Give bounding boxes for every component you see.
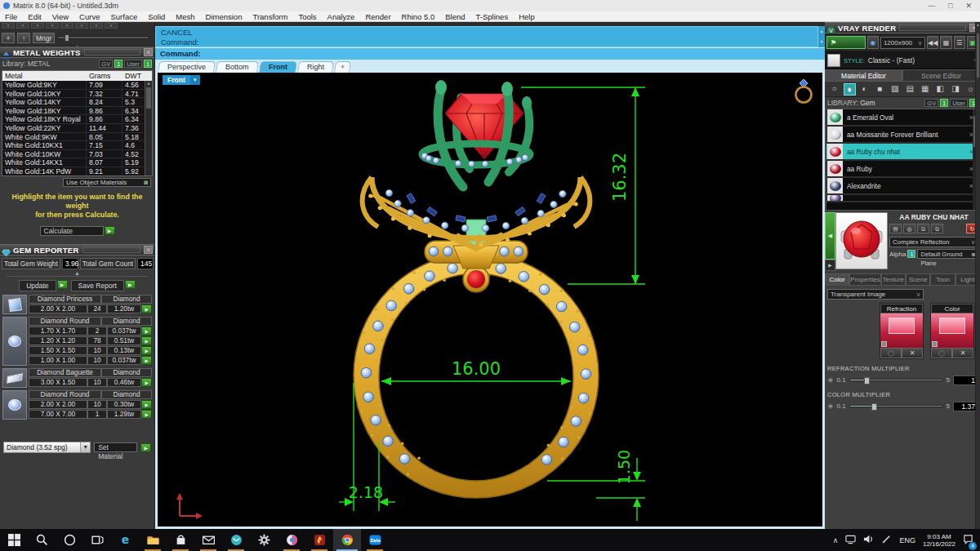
color-slider-handle[interactable]	[871, 403, 877, 411]
refraction-multiplier-slider[interactable]	[849, 379, 943, 381]
viewport-tab-right[interactable]: Right	[297, 61, 334, 73]
metal-material-icon[interactable]: ○	[828, 83, 840, 96]
gem-size-row[interactable]: 1.50 X 1.50100.13tw▶	[29, 346, 152, 355]
right-panel-scrollbar[interactable]: ▲	[975, 22, 980, 529]
ground-plane-select[interactable]: Default Ground Plane◙	[917, 249, 978, 259]
paint-3d-icon[interactable]	[278, 529, 305, 551]
menu-item-rhino-5-0[interactable]: Rhino 5.0	[402, 12, 435, 21]
save-report-button[interactable]: Save Report ▶	[71, 280, 136, 291]
metal-row[interactable]: Yellow Gold:18KY9.866.34	[2, 107, 152, 116]
metal-gv-toggle[interactable]: GV	[99, 60, 113, 68]
material-item[interactable]: Alexandrite×	[826, 178, 978, 195]
color-multiplier-slider[interactable]	[849, 405, 943, 407]
metal-row[interactable]: Yellow Gold:18KY Royal9.866.34	[2, 115, 152, 124]
refraction-slider-handle[interactable]	[864, 377, 870, 384]
render-button[interactable]: ⚑ RENDER	[826, 36, 866, 49]
color-swatch-image[interactable]	[931, 313, 973, 348]
paste-material-icon[interactable]: ⧉	[931, 224, 943, 233]
col-grams[interactable]: Grams	[87, 71, 122, 81]
property-tab-toon[interactable]: Toon	[930, 273, 955, 286]
metal-weights-close-icon[interactable]: ✕	[144, 48, 153, 56]
shade-material-icon[interactable]: ▤	[904, 83, 916, 96]
alpha-toggle[interactable]: 1	[907, 250, 915, 258]
add-panel-button[interactable]: +	[2, 33, 15, 43]
update-button[interactable]: Update ▶	[19, 280, 67, 291]
save-report-go-icon[interactable]: ▶	[125, 280, 136, 289]
metal-row[interactable]: Yellow Gold:14KY8.245.3	[2, 98, 152, 107]
language-indicator[interactable]: ENG	[899, 536, 915, 544]
menu-item-render[interactable]: Render	[365, 12, 390, 21]
gem-reporter-header[interactable]: GEM REPORTER ✕	[0, 244, 154, 256]
volume-icon[interactable]	[863, 533, 874, 548]
center-cabochon-gem[interactable]	[467, 270, 485, 288]
minimize-button[interactable]: —	[928, 2, 935, 10]
metal-table-scrollbar[interactable]: ▲	[145, 81, 152, 176]
menu-item-t-splines[interactable]: T-Splines	[476, 12, 509, 21]
menu-item-transform[interactable]: Transform	[252, 12, 287, 21]
gem-size-row[interactable]: 2.00 X 2.00100.30tw▶	[29, 400, 152, 409]
viewport-label-dropdown-icon[interactable]: ▼	[190, 75, 200, 85]
preview-back-button[interactable]: ◀	[825, 212, 835, 260]
metal-user-toggle[interactable]: User	[124, 60, 142, 68]
gem-size-row[interactable]: 2.00 X 2.00241.20tw▶	[29, 304, 152, 313]
update-go-icon[interactable]: ▶	[57, 280, 68, 289]
network-icon[interactable]	[845, 533, 856, 548]
up-button[interactable]: ↑	[17, 33, 30, 43]
gem-group[interactable]: Diamond RoundDiamond2.00 X 2.00100.30tw▶…	[2, 390, 152, 420]
color-color-picker-icon[interactable]	[931, 348, 952, 358]
material-item[interactable]: aa Moissanite Forever Brilliant×	[826, 127, 978, 144]
gem-go-icon[interactable]: ▶	[141, 304, 152, 313]
search-icon[interactable]	[28, 529, 56, 551]
property-tab-color[interactable]: Color	[825, 273, 849, 286]
viewport-label[interactable]: Front ▼	[163, 75, 200, 85]
cortana-icon[interactable]	[56, 529, 83, 551]
store-icon[interactable]	[167, 529, 194, 551]
property-tab-scene[interactable]: Scene	[906, 273, 930, 286]
toolbar-slider[interactable]	[57, 36, 149, 39]
material-item[interactable]: a Emerald Oval×	[826, 109, 978, 127]
menu-item-help[interactable]: Help	[519, 12, 535, 21]
metal-row[interactable]: White Gold:9KW8.055.18	[2, 133, 152, 142]
viewport-tab-front[interactable]: Front	[259, 61, 297, 73]
gem-go-icon[interactable]: ▶	[141, 378, 152, 387]
material-item[interactable]	[826, 195, 978, 202]
copy-material-icon[interactable]: ⧉	[917, 224, 929, 233]
col-metal[interactable]: Metal	[2, 71, 87, 81]
menu-item-dimension[interactable]: Dimension	[206, 12, 243, 21]
gem-group[interactable]: Diamond RoundDiamond1.70 X 1.7020.037tw▶…	[2, 317, 152, 366]
add-viewport-tab[interactable]: +	[334, 61, 351, 73]
metal-row[interactable]: Yellow Gold:10KY7.324.71	[2, 90, 152, 99]
gem-size-row[interactable]: 3.00 X 1.50100.46tw▶	[29, 378, 152, 387]
swap-left-material-icon[interactable]: ◧	[934, 83, 947, 96]
render-log-icon[interactable]: ☰	[954, 36, 965, 49]
menu-item-tools[interactable]: Tools	[298, 12, 316, 21]
set-material-button[interactable]: Set Material	[94, 442, 137, 452]
viewport-tab-bottom[interactable]: Bottom	[216, 61, 258, 73]
menu-item-mesh[interactable]: Mesh	[176, 12, 194, 21]
color-multiplier-value[interactable]: 1.37	[953, 402, 978, 411]
metal-row[interactable]: White Gold:14KX18.075.19	[2, 158, 152, 167]
hatch-material-icon[interactable]: ▨	[889, 83, 901, 96]
property-tab-properties[interactable]: Properties	[849, 273, 880, 286]
gem-gv-toggle-state[interactable]: 1	[940, 99, 948, 107]
gem-go-icon[interactable]: ▶	[141, 327, 152, 335]
col-dwt[interactable]: DWT	[122, 71, 152, 81]
rewind-icon[interactable]: ◀◀	[927, 36, 938, 49]
menu-item-edit[interactable]: Edit	[28, 12, 41, 21]
menu-item-view[interactable]: View	[52, 12, 69, 21]
command-input[interactable]: Command:	[155, 47, 825, 60]
mail-icon[interactable]	[194, 529, 222, 551]
reflection-select[interactable]: Complex Reflection∨	[889, 237, 978, 247]
task-view-icon[interactable]	[83, 529, 111, 551]
gem-go-icon[interactable]: ▶	[141, 400, 152, 409]
tray-chevron-icon[interactable]: ∧	[833, 536, 839, 544]
metal-row[interactable]: White Gold:14K PdW9.215.92	[2, 167, 152, 176]
render-style-row[interactable]: STYLE: Classic - (Fast) ∨	[825, 52, 980, 69]
clock[interactable]: 9:03 AM 12/16/2022	[923, 533, 956, 548]
close-button[interactable]: ✕	[965, 2, 972, 10]
metal-weights-header[interactable]: METAL WEIGHTS ✕	[0, 47, 154, 58]
transparent-image-select[interactable]: Transparent Image∨	[827, 289, 924, 300]
material-item[interactable]: aa Ruby×	[826, 161, 978, 178]
refraction-color-picker-icon[interactable]	[880, 348, 902, 358]
render-window-icon[interactable]: ▦	[940, 36, 951, 49]
